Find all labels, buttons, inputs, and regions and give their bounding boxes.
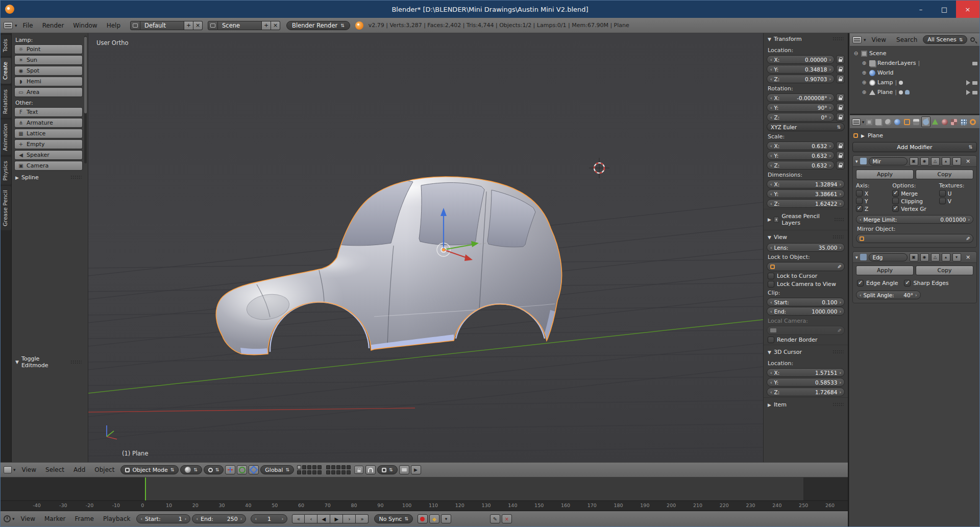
add-lamp-button[interactable]: ☀ Sun — [14, 55, 83, 65]
increment-arrow-icon[interactable]: › — [838, 370, 842, 375]
viewport-visibility-toggle[interactable]: ◉ — [920, 253, 929, 261]
play-button[interactable]: ▶ — [330, 514, 343, 523]
add-object-button[interactable]: F Text — [14, 107, 83, 117]
add-lamp-button[interactable]: ◗ Hemi — [14, 77, 83, 86]
copy-modifier-button[interactable]: Copy — [916, 170, 973, 179]
tab-scene[interactable] — [884, 116, 892, 127]
lens-field[interactable]: ‹ Lens: 35.000 › — [767, 243, 845, 252]
menu-item[interactable]: View — [16, 514, 40, 524]
timeline-editor-type-icon[interactable] — [4, 515, 11, 522]
eyedropper-icon[interactable]: ✎ — [966, 236, 970, 242]
renderability-icon[interactable] — [972, 81, 977, 85]
mirror-axis-z-checkbox[interactable]: Z — [856, 205, 890, 212]
outliner-row-render-layers[interactable]: ⊕ RenderLayers | — [852, 58, 977, 68]
sync-mode-dropdown[interactable]: No Sync ⇅ — [374, 514, 413, 523]
add-object-button[interactable]: + Empty — [14, 139, 83, 149]
menu-item[interactable]: Select — [41, 465, 69, 475]
scale-axis-field[interactable]: ‹ X: 0.632 › — [767, 141, 835, 150]
add-lamp-button[interactable]: ◉ Spot — [14, 66, 83, 76]
add-screen-layout-button[interactable]: + — [184, 21, 193, 30]
increment-arrow-icon[interactable]: › — [828, 77, 832, 82]
tab-material[interactable] — [940, 116, 949, 127]
tool-tab-physics[interactable]: Physics — [1, 157, 11, 185]
merge-limit-field[interactable]: ‹ Merge Limit: 0.001000 › — [856, 215, 973, 224]
move-modifier-down-button[interactable]: ▾ — [952, 253, 961, 261]
menu-item[interactable]: Playback — [99, 514, 135, 524]
mode-dropdown[interactable]: Object Mode ⇅ — [120, 465, 179, 474]
lock-to-object-field[interactable]: ✎ — [767, 262, 845, 271]
tab-particles[interactable] — [959, 116, 968, 127]
delete-scene-button[interactable]: × — [271, 21, 280, 30]
dimension-axis-field[interactable]: ‹ Y: 3.38661 › — [767, 189, 845, 198]
location-axis-field[interactable]: ‹ Z: 0.90703 › — [767, 75, 835, 83]
decrement-arrow-icon[interactable]: ‹ — [769, 163, 773, 168]
lock-to-scene-toggle[interactable] — [354, 466, 363, 474]
decrement-arrow-icon[interactable]: ‹ — [769, 115, 773, 120]
grease-pencil-panel-header[interactable]: ▶ Grease Pencil Layers — [767, 210, 845, 229]
jump-to-start-button[interactable]: « — [292, 514, 305, 523]
current-frame-cursor[interactable] — [145, 477, 146, 500]
render-visibility-toggle[interactable]: ▣ — [910, 253, 918, 261]
mirror-modifier-header[interactable]: ▾ Mir ▣ ◉ △ ▴ ▾ × — [853, 156, 976, 167]
rotation-axis-field[interactable]: ‹ Z: 0° › — [767, 113, 835, 122]
menu-item[interactable]: Object — [90, 465, 119, 475]
tool-tab-relations[interactable]: Relations — [1, 85, 11, 118]
decrement-arrow-icon[interactable]: ‹ — [769, 57, 773, 62]
operator-redo-panel-header[interactable]: ▼ Toggle Editmode — [14, 353, 83, 371]
spline-panel-header[interactable]: ▶ Spline — [14, 172, 83, 183]
increment-arrow-icon[interactable]: › — [828, 57, 832, 62]
tab-constraints[interactable] — [912, 116, 921, 127]
viewport-shading-dropdown[interactable]: ⇅ — [180, 465, 202, 474]
tab-render-layers[interactable] — [874, 116, 883, 127]
mirror-clipping-checkbox[interactable]: Clipping — [892, 198, 937, 204]
tab-object-data[interactable] — [931, 116, 940, 127]
panel-grip[interactable] — [832, 350, 844, 354]
mirror-object-field[interactable]: ✎ — [856, 234, 973, 243]
rotation-axis-field[interactable]: ‹ Y: 90° › — [767, 103, 835, 112]
pivot-point-dropdown[interactable]: ⇅ — [204, 465, 224, 474]
decrement-arrow-icon[interactable]: ‹ — [769, 105, 773, 110]
editor-type-dropdown-icon[interactable]: ▾ — [15, 23, 17, 28]
translate-manipulator-toggle[interactable] — [225, 465, 235, 474]
mirror-axis-y-checkbox[interactable]: Y — [856, 198, 890, 204]
delete-keyframe-button[interactable]: × — [502, 514, 512, 523]
increment-arrow-icon[interactable]: › — [828, 95, 832, 101]
scale-axis-field[interactable]: ‹ Z: 0.632 › — [767, 161, 835, 170]
render-border-checkbox[interactable]: Render Border — [768, 337, 844, 343]
decrement-arrow-icon[interactable]: ‹ — [769, 201, 773, 206]
scale-axis-field[interactable]: ‹ Y: 0.632 › — [767, 151, 835, 160]
local-camera-field[interactable]: ✎ — [767, 326, 845, 335]
tool-tab-grease-pencil[interactable]: Grease Pencil — [1, 186, 11, 230]
outliner-row-lamp[interactable]: ⊕ Lamp | — [852, 78, 977, 87]
menu-item[interactable]: File — [18, 20, 38, 31]
increment-arrow-icon[interactable]: › — [828, 153, 832, 158]
decrement-arrow-icon[interactable]: ‹ — [769, 67, 773, 72]
cursor-panel-header[interactable]: ▼3D Cursor — [767, 346, 845, 358]
lock-icon[interactable] — [836, 161, 845, 170]
increment-arrow-icon[interactable]: › — [828, 67, 832, 72]
expand-icon[interactable]: ⊕ — [861, 70, 867, 76]
menu-item[interactable]: Window — [68, 20, 102, 31]
edge-split-modifier-header[interactable]: ▾ Edg ▣ ◉ △ ▴ ▾ × — [853, 252, 976, 263]
menu-item[interactable]: View — [17, 465, 41, 475]
info-editor-type-icon[interactable] — [4, 22, 13, 29]
mirror-texture-u-checkbox[interactable]: U — [939, 190, 973, 197]
outliner-row-world[interactable]: ⊕ World — [852, 68, 977, 78]
frame-end-field[interactable]: ‹ End: 250 › — [192, 514, 246, 523]
timeline-scrub-area[interactable] — [1, 477, 848, 501]
scale-manipulator-toggle[interactable] — [249, 465, 259, 474]
tab-world[interactable] — [893, 116, 902, 127]
location-axis-field[interactable]: ‹ X: 0.00000 › — [767, 55, 835, 64]
mirror-texture-v-checkbox[interactable]: V — [939, 198, 973, 204]
panel-grip[interactable] — [834, 218, 844, 222]
decrement-arrow-icon[interactable]: ‹ — [769, 390, 773, 395]
lock-icon[interactable] — [836, 75, 845, 83]
auto-keyframe-record-button[interactable] — [418, 514, 428, 523]
screen-layout-name[interactable]: Default — [140, 21, 184, 30]
tool-tab-create[interactable]: Create — [1, 58, 11, 84]
rotate-manipulator-toggle[interactable] — [237, 465, 247, 474]
tab-texture[interactable] — [950, 116, 959, 127]
item-panel-header[interactable]: ▶Item — [767, 399, 845, 411]
add-object-button[interactable]: ◀ Speaker — [14, 150, 83, 160]
lock-icon[interactable] — [836, 65, 845, 74]
